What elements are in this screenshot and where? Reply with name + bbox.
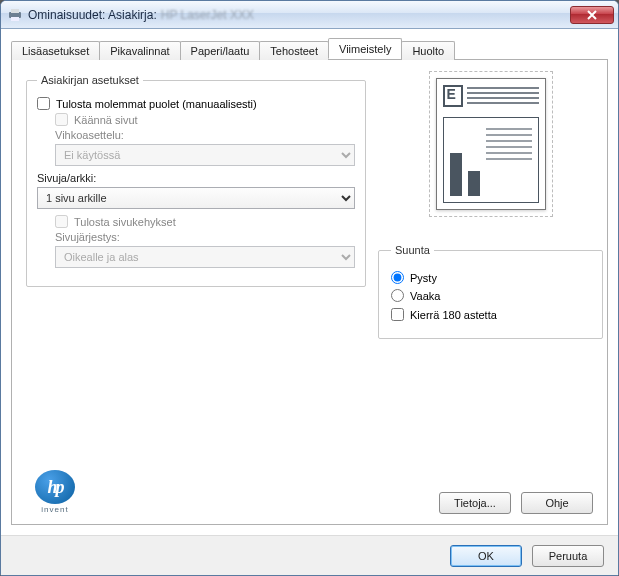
tab-strip: Lisäasetukset Pikavalinnat Paperi/laatu … <box>11 37 608 59</box>
booklet-layout-select: Ei käytössä <box>55 144 355 166</box>
tab-panel-viimeistely: Asiakirjan asetukset Tulosta molemmat pu… <box>11 59 608 525</box>
help-button[interactable]: Ohje <box>521 492 593 514</box>
flip-pages-row: Käännä sivut <box>55 113 355 126</box>
page-order-label: Sivujärjestys: <box>55 231 355 243</box>
print-page-borders-label: Tulosta sivukehykset <box>74 216 176 228</box>
rotate-180-label: Kierrä 180 astetta <box>410 309 497 321</box>
tab-pikavalinnat[interactable]: Pikavalinnat <box>99 41 180 60</box>
print-both-sides-label: Tulosta molemmat puolet (manuaalisesti) <box>56 98 257 110</box>
orientation-landscape-label: Vaaka <box>410 290 440 302</box>
booklet-layout-label: Vihkoasettelu: <box>55 129 355 141</box>
print-both-sides-checkbox[interactable] <box>37 97 50 110</box>
document-settings-group: Asiakirjan asetukset Tulosta molemmat pu… <box>26 74 366 287</box>
hp-logo-icon: hp <box>35 470 75 504</box>
orientation-landscape-radio[interactable] <box>391 289 404 302</box>
tab-lisaasetukset[interactable]: Lisäasetukset <box>11 41 100 60</box>
flip-pages-label: Käännä sivut <box>74 114 138 126</box>
svg-rect-2 <box>11 17 19 21</box>
orientation-portrait-row[interactable]: Pysty <box>391 271 590 284</box>
document-settings-legend: Asiakirjan asetukset <box>37 74 143 86</box>
tab-huolto[interactable]: Huolto <box>401 41 455 60</box>
printer-icon <box>7 7 23 23</box>
tab-viimeistely[interactable]: Viimeistely <box>328 38 402 59</box>
pages-per-sheet-select[interactable]: 1 sivu arkille <box>37 187 355 209</box>
rotate-180-row[interactable]: Kierrä 180 astetta <box>391 308 590 321</box>
print-page-borders-checkbox <box>55 215 68 228</box>
preview-body <box>443 117 539 203</box>
orientation-landscape-row[interactable]: Vaaka <box>391 289 590 302</box>
page-order-select: Oikealle ja alas <box>55 246 355 268</box>
tab-tehosteet[interactable]: Tehosteet <box>259 41 329 60</box>
ok-button[interactable]: OK <box>450 545 522 567</box>
hp-invent-text: invent <box>41 505 68 514</box>
about-button[interactable]: Tietoja... <box>439 492 511 514</box>
pages-per-sheet-label: Sivuja/arkki: <box>37 172 355 184</box>
window-title-printer: HP LaserJet XXX <box>161 8 570 22</box>
dialog-window: Ominaisuudet: Asiakirja: HP LaserJet XXX… <box>0 0 619 576</box>
orientation-portrait-label: Pysty <box>410 272 437 284</box>
page-preview: E <box>436 78 546 210</box>
titlebar: Ominaisuudet: Asiakirja: HP LaserJet XXX <box>1 1 618 29</box>
close-button[interactable] <box>570 6 614 24</box>
print-both-sides-row[interactable]: Tulosta molemmat puolet (manuaalisesti) <box>37 97 355 110</box>
orientation-portrait-radio[interactable] <box>391 271 404 284</box>
cancel-button[interactable]: Peruuta <box>532 545 604 567</box>
print-page-borders-row: Tulosta sivukehykset <box>55 215 355 228</box>
preview-logo-icon: E <box>443 85 463 107</box>
dialog-footer: OK Peruuta <box>1 535 618 575</box>
orientation-legend: Suunta <box>391 244 434 256</box>
preview-head-lines <box>467 85 539 111</box>
orientation-group: Suunta Pysty Vaaka Kierrä 180 astetta <box>378 244 603 339</box>
tab-paperi-laatu[interactable]: Paperi/laatu <box>180 41 261 60</box>
hp-logo: hp invent <box>26 470 84 514</box>
client-area: Lisäasetukset Pikavalinnat Paperi/laatu … <box>1 29 618 535</box>
flip-pages-checkbox <box>55 113 68 126</box>
svg-rect-1 <box>11 9 19 13</box>
window-title: Ominaisuudet: Asiakirja: <box>28 8 157 22</box>
rotate-180-checkbox[interactable] <box>391 308 404 321</box>
